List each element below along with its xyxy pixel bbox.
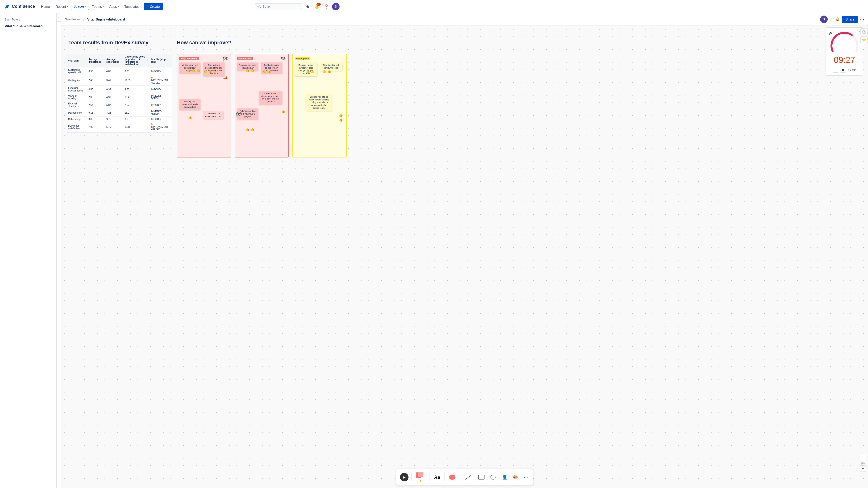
search-icon: 🔍: [257, 5, 261, 8]
confluence-logo[interactable]: Confluence: [4, 3, 35, 10]
sticky-design-ready[interactable]: Designs need to be ready before starting…: [306, 94, 332, 111]
col-opportunity: Opportunity score (importance + (importa…: [123, 54, 149, 67]
nav-right-area: 🔍 Search 🔌 🔔 9+ ❓ S: [255, 3, 340, 10]
thumbs13: 👍: [246, 127, 250, 131]
thumbs6: 👍: [213, 69, 217, 73]
thumbs14: 👍: [250, 127, 254, 131]
improve-section-title: How can we improve?: [177, 40, 231, 46]
nav-home[interactable]: Home: [39, 3, 52, 10]
thumbs20: 👍: [339, 118, 343, 122]
whiteboard-header: Sven Peters / Vital Signs whiteboard S ☆…: [61, 13, 343, 26]
sticky-static-code[interactable]: Investigate in better static code analys…: [179, 99, 200, 110]
nav-apps[interactable]: Apps ▾: [107, 3, 121, 10]
nav-menu: Home Recent ▾ Spaces ▾ Teams ▾ Apps ▾ Te…: [39, 3, 142, 10]
waiting-time-column: Waiting time Establish a max number of c…: [292, 54, 343, 158]
help-button[interactable]: ❓: [322, 3, 330, 10]
thumbs7: 👍: [188, 116, 192, 119]
vital-signs-table: Vital sign Average importance Average sa…: [66, 54, 172, 132]
page-title-sidebar[interactable]: Vital Signs whiteboard: [0, 23, 56, 29]
table-row: Waiting time 7.48 3.41 11.55 IMPROVEMENT…: [66, 75, 172, 86]
user-avatar[interactable]: S: [332, 3, 340, 10]
pepper-icon: 🌶️: [223, 75, 228, 79]
main-content: Sven Peters / Vital Signs whiteboard S ☆…: [61, 13, 343, 193]
col-vital-sign: Vital sign: [66, 54, 87, 67]
sidebar-toggle-button[interactable]: ‹: [57, 13, 61, 22]
col-results: Results (stop light): [149, 54, 172, 67]
sticky-deployment-docs[interactable]: Document our deployment docs: [203, 111, 223, 119]
nav-recent[interactable]: Recent ▾: [53, 3, 70, 10]
thumbs2: 👍: [191, 68, 195, 72]
maintenance-flag-icon: 🏁: [280, 56, 286, 62]
whiteboard-canvas[interactable]: Sven Peters / Vital Signs whiteboard S ☆…: [61, 13, 343, 193]
devex-survey-title: Team results from DevEx survey: [68, 40, 149, 46]
thumbs19: 👍: [339, 113, 343, 117]
create-button[interactable]: + Create: [144, 3, 163, 10]
top-navigation: Confluence Home Recent ▾ Spaces ▾ Teams …: [0, 0, 343, 13]
maintenance-label: Maintenance: [237, 57, 253, 60]
thumbs16: 👍: [311, 69, 315, 73]
ways-label: Ways of working: [179, 57, 199, 60]
table-row: Onboarding 3.6 9.76 3.6 GOOD: [66, 117, 172, 122]
nav-templates[interactable]: Templates: [122, 3, 142, 10]
thumbs4: 👍: [203, 69, 207, 73]
thumbs11: 👍: [267, 69, 271, 73]
wb-title[interactable]: Vital Signs whiteboard: [87, 17, 125, 21]
table-row: External standards 2.67 5.87 2.67 GOOD: [66, 101, 172, 109]
thumbs12: 👍: [281, 110, 285, 113]
table-row: Execution independence 4.56 6.34 4.56 GO…: [66, 86, 172, 93]
thumbs10: 👍: [262, 69, 266, 73]
thumbs17: 👍: [322, 69, 327, 73]
search-box[interactable]: 🔍 Search: [255, 3, 302, 10]
table-row: Ways of working 7.3 4.33 15.47 NEEDS ACT…: [66, 93, 172, 101]
spaces-arrow-icon: ▾: [85, 5, 86, 7]
maintenance-column: Maintenance 🏁 Run an extra code clean up…: [235, 54, 289, 158]
puzzle-icon: 🔌: [305, 4, 310, 9]
thumbs15: 👍: [306, 69, 310, 73]
confluence-logo-icon: [4, 3, 10, 10]
apps-arrow-icon: ▾: [118, 5, 119, 8]
maintenance-flag2-icon: 🏁: [236, 112, 242, 118]
breadcrumb: Sven Peters: [0, 17, 56, 23]
left-sidebar: Sven Peters Vital Signs whiteboard: [0, 13, 57, 193]
thumbs3: 👍: [196, 68, 200, 72]
table-row: Maintenance 9.15 3.23 15.07 NEEDS ACTION: [66, 109, 172, 117]
integrations-button[interactable]: 🔌: [304, 3, 311, 10]
notifications-button[interactable]: 🔔 9+: [313, 3, 321, 10]
nav-teams[interactable]: Teams ▾: [90, 3, 106, 10]
recent-arrow-icon: ▾: [67, 5, 68, 8]
thumbs1: 👍: [187, 68, 191, 72]
nav-spaces[interactable]: Spaces ▾: [71, 3, 89, 10]
canvas-content: Team results from DevEx survey Vital sig…: [61, 26, 343, 193]
waiting-label: Waiting time: [295, 57, 310, 60]
ways-of-working-column: Ways of working 🏁 Writing down our code …: [177, 54, 231, 158]
teams-arrow-icon: ▾: [102, 5, 104, 8]
thumbs18: 👍: [327, 69, 331, 73]
wb-breadcrumb: Sven Peters: [65, 18, 81, 21]
notification-badge: 9+: [316, 3, 321, 6]
sticky-deploy-scripts[interactable]: Clean up our deployment scripts. PPL can…: [259, 91, 282, 105]
ways-flag-icon: 🏁: [222, 56, 228, 62]
thumbs8: 👍: [246, 68, 250, 72]
thumbs5: 👍: [208, 69, 212, 73]
table-row: Sustainable speed to ship 6.93 4.83 9.03…: [66, 67, 172, 75]
col-satisfaction: Average satisfaction: [104, 54, 123, 67]
col-importance: Average importance: [87, 54, 104, 67]
confluence-brand-name: Confluence: [12, 4, 35, 9]
table-row: Developer satisfaction 7.82 5.49 10.15 I…: [66, 122, 172, 132]
help-icon: ❓: [324, 4, 329, 9]
thumbs9: 👍: [250, 68, 254, 72]
